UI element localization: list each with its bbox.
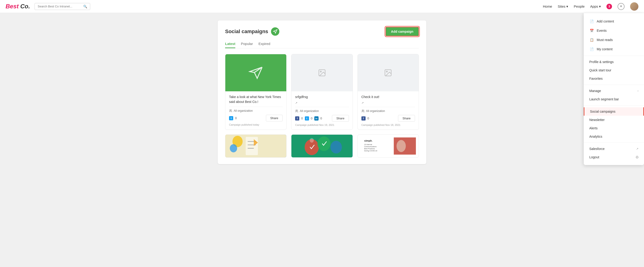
tab-popular[interactable]: Popular	[241, 40, 253, 48]
add-content-icon: 📄	[589, 19, 594, 24]
nav-home[interactable]: Home	[543, 4, 552, 8]
page-title: Social campaigns	[225, 28, 268, 34]
tab-latest[interactable]: Latest	[225, 40, 235, 48]
external-link-icon: ↗	[636, 147, 638, 150]
notification-badge[interactable]: 3	[606, 4, 612, 9]
svg-text:Communications: Communications	[364, 146, 377, 148]
card-title-area: Social campaigns	[225, 27, 279, 36]
menu-item-logout-label: Logout	[589, 155, 633, 159]
header: Best Co. 🔍 Home Sites ▾ People Apps ▾ 3 …	[0, 0, 644, 13]
share-button-2[interactable]: Share	[332, 115, 349, 122]
add-button[interactable]: +	[618, 3, 624, 10]
svg-point-15	[330, 141, 342, 154]
facebook-icon: f	[295, 116, 299, 120]
campaign-date-1: Campaign published today	[229, 123, 282, 126]
campaign-body-1: Take a look at what New York Times said …	[225, 91, 286, 129]
menu-item-events-label: Events	[597, 29, 638, 32]
menu-item-profile-settings[interactable]: Profile & settings	[584, 58, 644, 66]
dropdown-section-actions: 📄 Add content 📅 Events 📋 Must reads 📄 My…	[584, 15, 644, 56]
campaign-audience-3: All organization	[362, 110, 415, 113]
menu-item-favorites[interactable]: Favorites	[584, 74, 644, 83]
menu-item-launch-segment[interactable]: Launch segment bar	[584, 95, 644, 103]
share-button-1[interactable]: Share	[266, 115, 283, 122]
svg-text:Best Practices: Best Practices	[364, 148, 375, 150]
bottom-card-1[interactable]	[225, 134, 286, 158]
campaign-social-2: f 0 t 0 in 0	[295, 116, 322, 120]
svg-text:10 Internal: 10 Internal	[364, 144, 372, 146]
linkedin-icon: in	[314, 116, 318, 120]
audience-label-3: All organization	[366, 110, 385, 113]
logo-co-text: Co.	[18, 3, 30, 10]
bottom-cards-preview: simplr. 10 Internal Communications Best …	[225, 134, 419, 158]
campaign-title-1: Take a look at what New York Times said …	[229, 94, 282, 104]
search-icon: 🔍	[83, 5, 87, 8]
nav-people[interactable]: People	[574, 4, 585, 8]
menu-item-add-content[interactable]: 📄 Add content	[584, 17, 644, 26]
audience-label-1: All organization	[234, 109, 253, 112]
manage-arrow-icon: ›	[638, 89, 638, 92]
search-bar[interactable]: 🔍	[34, 3, 90, 10]
logo[interactable]: Best Co.	[6, 3, 30, 10]
twitter-count-2: 0	[311, 116, 312, 120]
svg-point-16	[310, 138, 314, 143]
linkedin-count-2: 0	[320, 116, 322, 120]
nav-apps[interactable]: Apps ▾	[590, 4, 601, 8]
add-campaign-button[interactable]: Add campaign	[386, 27, 419, 36]
dropdown-section-apps: Social campaigns Newsletter Alerts Analy…	[584, 106, 644, 143]
avatar-image	[630, 2, 638, 11]
menu-item-analytics[interactable]: Analytics	[584, 132, 644, 141]
bottom-card-3[interactable]: simplr. 10 Internal Communications Best …	[358, 134, 419, 158]
logo-best-text: Best	[6, 3, 18, 10]
campaign-social-1: t 0	[229, 116, 237, 120]
card-header: Social campaigns Add campaign	[225, 27, 419, 36]
menu-item-salesforce[interactable]: Salesforce ↗	[584, 144, 644, 153]
title-icon	[271, 27, 279, 36]
tabs: Latest Popular Expired	[225, 40, 419, 48]
campaign-grid: Take a look at what New York Times said …	[225, 54, 419, 130]
campaign-actions-2: f 0 t 0 in 0 Share	[295, 115, 349, 122]
campaign-social-3: f 0	[362, 116, 369, 120]
chevron-down-icon: ▾	[599, 4, 601, 8]
external-link-2[interactable]: ↗	[295, 101, 349, 104]
bottom-card-2[interactable]	[291, 134, 352, 158]
menu-item-newsletter[interactable]: Newsletter	[584, 116, 644, 124]
dropdown-section-profile: Profile & settings Quick start tour Favo…	[584, 56, 644, 85]
campaign-date-2: Campaign published Nov 19, 2021	[295, 124, 349, 126]
avatar[interactable]	[630, 2, 638, 11]
menu-item-must-reads[interactable]: 📋 Must reads	[584, 35, 644, 44]
header-left: Best Co. 🔍	[6, 3, 90, 10]
audience-label-2: All organization	[300, 110, 319, 113]
menu-item-favorites-label: Favorites	[589, 77, 638, 80]
menu-item-social-campaigns[interactable]: Social campaigns	[584, 107, 644, 116]
campaign-title-3: Check it out!	[362, 94, 415, 100]
facebook-count-2: 0	[301, 116, 303, 120]
external-link-3[interactable]: ↗	[362, 101, 415, 104]
header-right: Home Sites ▾ People Apps ▾ 3 +	[543, 2, 638, 11]
twitter-icon: t	[229, 116, 233, 120]
chevron-down-icon: ▾	[566, 4, 568, 8]
menu-item-add-content-label: Add content	[597, 20, 638, 23]
menu-item-manage[interactable]: Manage ›	[584, 87, 644, 95]
image-placeholder-3	[384, 68, 393, 77]
menu-item-logout[interactable]: Logout ⏻	[584, 153, 644, 161]
facebook-icon-3: f	[362, 116, 366, 120]
campaign-title-2: srfgdfrsg	[295, 94, 349, 100]
tab-expired[interactable]: Expired	[258, 40, 270, 48]
nav-sites[interactable]: Sites ▾	[558, 4, 568, 8]
menu-item-manage-label: Manage	[589, 89, 635, 93]
menu-item-alerts[interactable]: Alerts	[584, 124, 644, 132]
share-button-3[interactable]: Share	[398, 115, 415, 122]
menu-item-my-content[interactable]: 📄 My content	[584, 44, 644, 54]
menu-item-events[interactable]: 📅 Events	[584, 26, 644, 35]
svg-text:simplr.: simplr.	[364, 140, 372, 142]
menu-item-quick-start[interactable]: Quick start tour	[584, 66, 644, 74]
svg-point-3	[296, 110, 297, 111]
my-content-icon: 📄	[589, 47, 594, 52]
search-input[interactable]	[38, 5, 81, 8]
menu-item-newsletter-label: Newsletter	[589, 118, 638, 122]
menu-item-quick-start-label: Quick start tour	[589, 68, 638, 72]
menu-item-my-content-label: My content	[597, 47, 638, 51]
campaign-actions-3: f 0 Share	[362, 115, 415, 122]
campaign-body-3: Check it out! ↗ All organization f	[358, 91, 419, 130]
menu-item-social-campaigns-label: Social campaigns	[590, 110, 638, 113]
